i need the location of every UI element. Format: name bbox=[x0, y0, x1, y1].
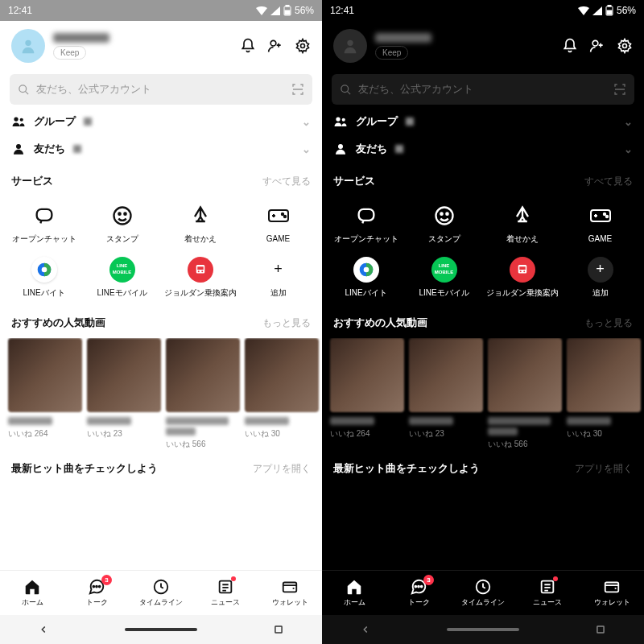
video-card[interactable]: いいね 30 bbox=[567, 338, 641, 450]
svg-point-22 bbox=[201, 270, 203, 272]
svg-rect-20 bbox=[197, 266, 204, 270]
services-grid: オープンチャット スタンプ 着せかえ GAME LINEバイト LINEMOBI… bbox=[0, 196, 322, 304]
svg-rect-59 bbox=[597, 626, 604, 633]
profile-row[interactable]: Keep bbox=[322, 21, 644, 71]
nav-home[interactable]: ホーム bbox=[322, 578, 386, 608]
profile-row[interactable]: Keep bbox=[0, 21, 322, 71]
person-icon bbox=[341, 37, 359, 55]
back-icon[interactable] bbox=[360, 624, 371, 635]
add-friend-icon[interactable] bbox=[267, 38, 283, 54]
svg-point-41 bbox=[436, 208, 452, 225]
svc-add[interactable]: +追加 bbox=[239, 250, 317, 304]
bell-icon[interactable] bbox=[562, 38, 578, 54]
svg-rect-32 bbox=[607, 10, 612, 14]
nav-talk[interactable]: 3トーク bbox=[386, 578, 451, 608]
svg-point-42 bbox=[440, 213, 442, 215]
video-thumb bbox=[166, 338, 240, 412]
nav-news[interactable]: ニュース bbox=[515, 578, 580, 608]
see-all-link[interactable]: すべて見る bbox=[584, 175, 633, 188]
back-icon[interactable] bbox=[38, 624, 49, 635]
svc-jorudan[interactable]: ジョルダン乗換案内 bbox=[161, 250, 239, 304]
more-link[interactable]: もっと見る bbox=[584, 316, 633, 330]
open-app-link[interactable]: アプリを開く bbox=[575, 462, 633, 476]
nav-timeline[interactable]: タイムライン bbox=[129, 578, 193, 608]
wallet-icon bbox=[603, 578, 621, 596]
category-label: グループ bbox=[34, 114, 76, 129]
nav-news[interactable]: ニュース bbox=[193, 578, 258, 608]
category-label: グループ bbox=[356, 114, 398, 129]
video-thumb bbox=[567, 338, 641, 412]
video-card[interactable]: いいね 30 bbox=[245, 338, 319, 450]
wifi-icon bbox=[256, 6, 267, 15]
svg-point-13 bbox=[124, 213, 126, 215]
category-groups[interactable]: グループ ⌄ bbox=[0, 108, 322, 135]
section-title: 最新ヒット曲をチェックしよう bbox=[11, 461, 158, 476]
signal-icon bbox=[592, 6, 602, 15]
video-card[interactable]: いいね 264 bbox=[8, 338, 82, 450]
recents-icon[interactable] bbox=[595, 624, 606, 635]
svc-stamp[interactable]: スタンプ bbox=[83, 196, 161, 250]
home-pill[interactable] bbox=[125, 628, 197, 631]
qr-icon[interactable] bbox=[291, 83, 304, 96]
see-all-link[interactable]: すべて見る bbox=[262, 175, 311, 188]
status-bar: 12:41 56% bbox=[0, 0, 322, 21]
services-header: サービス すべて見る bbox=[0, 163, 322, 196]
svc-mobile[interactable]: LINEMOBILELINEモバイル bbox=[83, 250, 161, 304]
bell-icon[interactable] bbox=[240, 38, 256, 54]
gear-icon[interactable] bbox=[295, 38, 311, 54]
nav-home[interactable]: ホーム bbox=[0, 578, 64, 608]
video-thumb bbox=[488, 338, 562, 412]
category-friends[interactable]: 友だち ⌄ bbox=[0, 135, 322, 163]
video-card[interactable]: いいね 23 bbox=[409, 338, 483, 450]
video-card[interactable]: いいね 566 bbox=[166, 338, 240, 450]
home-pill[interactable] bbox=[447, 628, 519, 631]
chevron-down-icon: ⌄ bbox=[302, 143, 311, 155]
svc-game[interactable]: GAME bbox=[561, 196, 639, 250]
svg-point-46 bbox=[605, 216, 607, 217]
keep-button[interactable]: Keep bbox=[53, 46, 86, 60]
svg-point-37 bbox=[336, 117, 340, 121]
svc-baito[interactable]: LINEバイト bbox=[5, 250, 83, 304]
svc-stamp[interactable]: スタンプ bbox=[405, 196, 483, 250]
open-app-link[interactable]: アプリを開く bbox=[253, 462, 311, 476]
category-groups[interactable]: グループ⌄ bbox=[322, 108, 644, 135]
svc-game[interactable]: GAME bbox=[239, 196, 317, 250]
add-friend-icon[interactable] bbox=[589, 38, 605, 54]
svc-mobile[interactable]: LINEMOBILELINEモバイル bbox=[405, 250, 483, 304]
avatar[interactable] bbox=[333, 29, 367, 63]
recents-icon[interactable] bbox=[273, 624, 284, 635]
svc-openchat[interactable]: オープンチャット bbox=[5, 196, 83, 250]
svg-point-11 bbox=[114, 208, 130, 225]
svc-openchat[interactable]: オープンチャット bbox=[327, 196, 405, 250]
svc-theme[interactable]: 着せかえ bbox=[161, 196, 239, 250]
svg-point-36 bbox=[341, 85, 349, 92]
more-link[interactable]: もっと見る bbox=[262, 316, 311, 330]
svg-point-24 bbox=[96, 586, 97, 588]
gear-icon[interactable] bbox=[617, 38, 633, 54]
video-card[interactable]: いいね 566 bbox=[488, 338, 562, 450]
keep-button[interactable]: Keep bbox=[375, 46, 408, 60]
svg-rect-29 bbox=[275, 626, 282, 633]
search-icon bbox=[340, 84, 352, 96]
search-input[interactable]: 友だち、公式アカウント bbox=[10, 74, 312, 105]
category-friends[interactable]: 友だち⌄ bbox=[322, 135, 644, 163]
svc-add[interactable]: +追加 bbox=[561, 250, 639, 304]
chevron-down-icon: ⌄ bbox=[624, 116, 633, 128]
svg-point-52 bbox=[523, 270, 525, 272]
svc-jorudan[interactable]: ジョルダン乗換案内 bbox=[483, 250, 561, 304]
battery-icon bbox=[283, 5, 291, 16]
svg-point-55 bbox=[421, 586, 423, 588]
qr-icon[interactable] bbox=[613, 83, 626, 96]
nav-wallet[interactable]: ウォレット bbox=[258, 578, 322, 608]
video-card[interactable]: いいね 264 bbox=[330, 338, 404, 450]
nav-wallet[interactable]: ウォレット bbox=[580, 578, 644, 608]
search-input[interactable]: 友だち、公式アカウント bbox=[332, 74, 634, 105]
count-redacted bbox=[84, 118, 92, 126]
svc-baito[interactable]: LINEバイト bbox=[327, 250, 405, 304]
video-card[interactable]: いいね 23 bbox=[87, 338, 161, 450]
status-time: 12:41 bbox=[330, 5, 354, 16]
nav-talk[interactable]: 3トーク bbox=[64, 578, 129, 608]
nav-timeline[interactable]: タイムライン bbox=[451, 578, 515, 608]
svc-theme[interactable]: 着せかえ bbox=[483, 196, 561, 250]
avatar[interactable] bbox=[11, 29, 45, 63]
